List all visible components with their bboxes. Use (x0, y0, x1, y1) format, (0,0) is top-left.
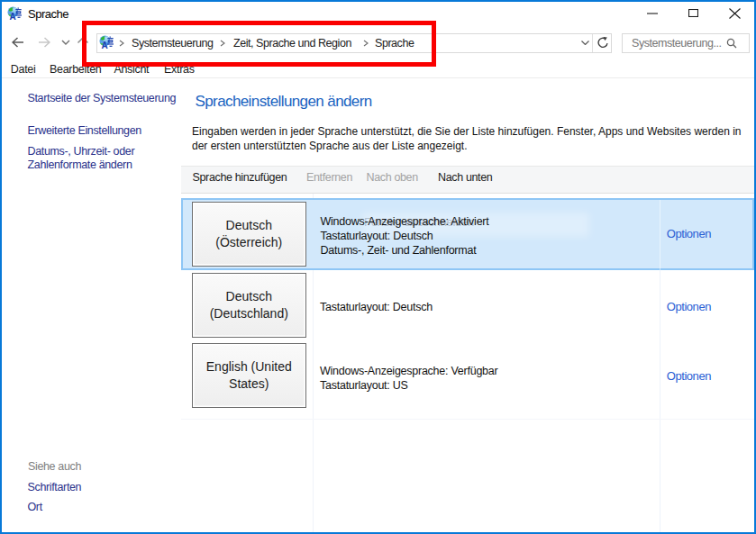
svg-text:A: A (10, 12, 16, 21)
